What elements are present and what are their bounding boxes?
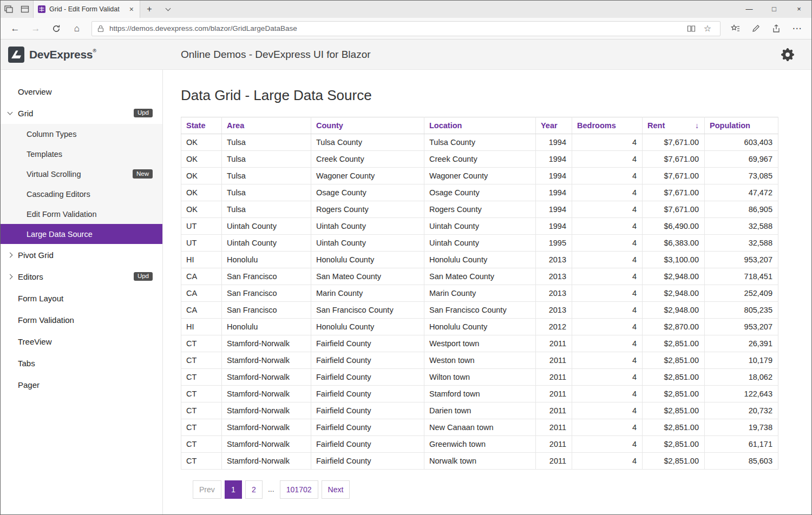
devexpress-logo[interactable]: DevExpress® — [8, 47, 96, 63]
sidebar-item-grid[interactable]: GridUpd — [1, 102, 162, 124]
tab-list-chevron-icon[interactable] — [159, 1, 177, 18]
table-row: OKTulsaTulsa CountyTulsa County19944$7,6… — [181, 134, 778, 151]
sidebar-item-pager[interactable]: Pager — [1, 374, 162, 395]
sidebar-item-column-types[interactable]: Column Types — [1, 124, 162, 144]
pager-2[interactable]: 2 — [245, 480, 263, 499]
gear-icon[interactable] — [781, 48, 794, 61]
cell-bedrooms: 4 — [572, 352, 643, 369]
column-header-state[interactable]: State — [181, 117, 222, 134]
column-header-area[interactable]: Area — [222, 117, 311, 134]
cell-area: San Francisco — [222, 302, 311, 319]
cell-state: CA — [181, 285, 222, 302]
page-title: Data Grid - Large Data Source — [181, 87, 795, 104]
cell-area: Tulsa — [222, 151, 311, 168]
table-row: CTStamford-NorwalkFairfield CountyWestpo… — [181, 335, 778, 352]
more-menu-icon[interactable]: ⋯ — [787, 23, 807, 34]
column-header-bedrooms[interactable]: Bedrooms — [572, 117, 643, 134]
sidebar-item-form-layout[interactable]: Form Layout — [1, 287, 162, 309]
cell-state: CT — [181, 369, 222, 386]
pager-next[interactable]: Next — [322, 480, 350, 499]
sidebar-item-cascading-editors[interactable]: Cascading Editors — [1, 184, 162, 204]
sidebar-item-large-data-source[interactable]: Large Data Source — [1, 224, 162, 244]
table-row: UTUintah CountyUintah CountyUintah Count… — [181, 235, 778, 252]
cell-location: Tulsa County — [424, 134, 536, 151]
pager-[interactable]: ... — [266, 480, 277, 499]
window-controls: — □ × — [737, 1, 811, 18]
sidebar-item-form-validation[interactable]: Form Validation — [1, 309, 162, 331]
sidebar-item-edit-form-validation[interactable]: Edit Form Validation — [1, 204, 162, 224]
column-header-population[interactable]: Population — [705, 117, 778, 134]
favorite-star-icon[interactable]: ☆ — [699, 23, 716, 34]
table-row: HIHonoluluHonolulu CountyHonolulu County… — [181, 319, 778, 335]
cell-population: 32,588 — [705, 235, 778, 252]
favorites-hub-icon[interactable] — [725, 24, 745, 32]
cell-population: 85,603 — [705, 453, 778, 470]
cell-rent: $7,671.00 — [643, 134, 705, 151]
cell-area: Uintah County — [222, 235, 311, 252]
window-close-button[interactable]: × — [787, 1, 811, 18]
cell-location: Creek County — [424, 151, 536, 168]
new-tab-button[interactable]: + — [140, 1, 159, 18]
sidebar-item-editors[interactable]: EditorsUpd — [1, 266, 162, 287]
tab-close-icon[interactable]: × — [128, 5, 135, 14]
maximize-button[interactable]: □ — [762, 1, 787, 18]
cell-state: OK — [181, 168, 222, 184]
forward-icon[interactable]: → — [25, 23, 46, 34]
sidebar-item-treeview[interactable]: TreeView — [1, 331, 162, 352]
cell-population: 26,391 — [705, 335, 778, 352]
grid-body: OKTulsaTulsa CountyTulsa County19944$7,6… — [181, 134, 778, 470]
cell-state: CT — [181, 419, 222, 436]
cell-area: San Francisco — [222, 285, 311, 302]
sidebar-item-overview[interactable]: Overview — [1, 81, 162, 102]
cell-location: Honolulu County — [424, 319, 536, 335]
pager-prev: Prev — [193, 480, 221, 499]
sidebar-item-templates[interactable]: Templates — [1, 144, 162, 164]
column-header-year[interactable]: Year — [536, 117, 572, 134]
minimize-button[interactable]: — — [737, 1, 762, 18]
table-row: CASan FranciscoMarin CountyMarin County2… — [181, 285, 778, 302]
url-text[interactable]: https://demos.devexpress.com/blazor/Grid… — [109, 24, 683, 32]
tab-preview-icon[interactable] — [1, 1, 17, 18]
table-row: CTStamford-NorwalkFairfield CountyWeston… — [181, 352, 778, 369]
column-header-rent[interactable]: Rent↓ — [643, 117, 705, 134]
table-row: CTStamford-NorwalkFairfield CountyNorwal… — [181, 453, 778, 470]
cell-location: Marin County — [424, 285, 536, 302]
pager-101702[interactable]: 101702 — [280, 480, 318, 499]
back-icon[interactable]: ← — [5, 23, 25, 34]
share-icon[interactable] — [766, 24, 787, 33]
cell-rent: $3,100.00 — [643, 252, 705, 268]
tabs-set-aside-icon[interactable] — [17, 1, 33, 18]
home-icon[interactable]: ⌂ — [67, 23, 87, 34]
cell-area: Tulsa — [222, 168, 311, 184]
cell-location: Norwalk town — [424, 453, 536, 470]
sidebar-item-virtual-scrolling[interactable]: Virtual ScrollingNew — [1, 164, 162, 184]
cell-area: Stamford-Norwalk — [222, 453, 311, 470]
tab-title: Grid - Edit Form Validat — [49, 5, 124, 13]
address-bar[interactable]: https://demos.devexpress.com/blazor/Grid… — [91, 21, 721, 36]
cell-county: Tulsa County — [311, 134, 424, 151]
sidebar-item-pivot-grid[interactable]: Pivot Grid — [1, 244, 162, 266]
refresh-icon[interactable] — [46, 24, 67, 33]
reading-view-icon[interactable] — [683, 25, 699, 32]
cell-state: UT — [181, 218, 222, 235]
chevron-right-icon — [8, 274, 13, 279]
cell-county: Fairfield County — [311, 453, 424, 470]
cell-rent: $7,671.00 — [643, 184, 705, 201]
table-row: OKTulsaRogers CountyRogers County19944$7… — [181, 201, 778, 218]
cell-area: Tulsa — [222, 184, 311, 201]
cell-rent: $2,948.00 — [643, 285, 705, 302]
pager-1[interactable]: 1 — [225, 480, 242, 499]
browser-tab[interactable]: Grid - Edit Form Validat × — [33, 1, 140, 18]
sidebar-item-label: Grid — [18, 109, 33, 118]
cell-rent: $2,851.00 — [643, 335, 705, 352]
cell-state: OK — [181, 151, 222, 168]
column-header-location[interactable]: Location — [424, 117, 536, 134]
cell-population: 718,451 — [705, 268, 778, 285]
cell-bedrooms: 4 — [572, 134, 643, 151]
cell-bedrooms: 4 — [572, 151, 643, 168]
annotate-pen-icon[interactable] — [745, 24, 766, 32]
cell-year: 2011 — [536, 386, 572, 402]
sidebar-item-tabs[interactable]: Tabs — [1, 352, 162, 374]
column-header-county[interactable]: County — [311, 117, 424, 134]
cell-bedrooms: 4 — [572, 184, 643, 201]
